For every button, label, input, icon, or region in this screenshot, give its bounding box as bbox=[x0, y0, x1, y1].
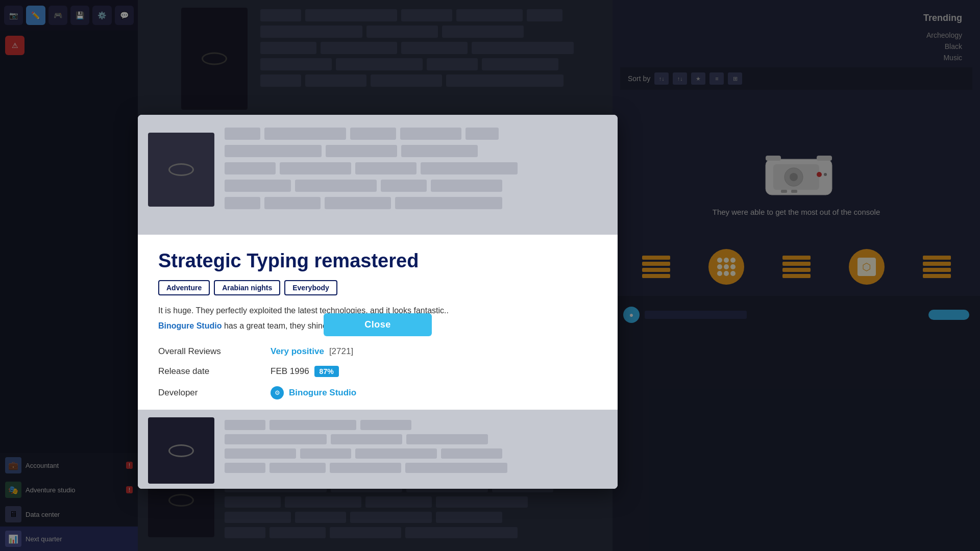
skel-b2 bbox=[225, 448, 296, 459]
skel-b bbox=[295, 180, 377, 192]
skel-b bbox=[350, 128, 396, 140]
release-date-value: FEB 1996 87% bbox=[271, 366, 597, 377]
modal-game-thumbnail bbox=[148, 133, 214, 207]
skel-b2 bbox=[225, 420, 265, 430]
developer-label: Developer bbox=[158, 386, 271, 399]
modal-details: Overall Reviews Very positive [2721] Rel… bbox=[158, 346, 597, 399]
skel-b2 bbox=[330, 463, 401, 473]
skel-b2 bbox=[331, 434, 402, 444]
skel-b2 bbox=[406, 434, 488, 444]
tag-everybody[interactable]: Everybody bbox=[284, 280, 337, 295]
skel-b bbox=[465, 128, 499, 140]
skel-b bbox=[225, 180, 291, 192]
tag-arabian-nights[interactable]: Arabian nights bbox=[214, 280, 280, 295]
modal-thumb-inner bbox=[168, 163, 194, 176]
tag-adventure[interactable]: Adventure bbox=[158, 280, 210, 295]
skel-b bbox=[395, 197, 502, 209]
modal-bottom-skels bbox=[225, 417, 607, 481]
skel-b2 bbox=[405, 463, 507, 473]
skel-b bbox=[326, 145, 397, 157]
release-date-label: Release date bbox=[158, 366, 271, 377]
game-detail-modal: Strategic Typing remastered Adventure Ar… bbox=[138, 115, 618, 489]
skel-b bbox=[381, 180, 427, 192]
modal-title: Strategic Typing remastered bbox=[158, 250, 597, 272]
skel-b bbox=[264, 128, 346, 140]
overall-reviews-value: Very positive [2721] bbox=[271, 346, 597, 357]
developer-name[interactable]: Binogure Studio bbox=[289, 388, 356, 398]
modal-banner bbox=[138, 115, 618, 235]
release-date-text: FEB 1996 bbox=[271, 366, 309, 377]
skel-b bbox=[225, 145, 322, 157]
skel-b bbox=[225, 197, 260, 209]
skel-b bbox=[400, 128, 461, 140]
overall-reviews-label: Overall Reviews bbox=[158, 346, 271, 357]
close-button[interactable]: Close bbox=[324, 313, 432, 336]
skel-b bbox=[421, 162, 518, 174]
skel-b bbox=[401, 145, 478, 157]
modal-bottom-thumb bbox=[148, 417, 214, 484]
skel-b bbox=[264, 197, 321, 209]
skel-b bbox=[431, 180, 502, 192]
skel-b2 bbox=[270, 420, 356, 430]
skel-b bbox=[225, 128, 260, 140]
modal-banner-skeletons bbox=[225, 125, 607, 224]
developer-icon: ⚙ bbox=[271, 386, 284, 399]
close-button-container: Close bbox=[138, 313, 618, 336]
modal-bottom-thumb-inner bbox=[168, 444, 194, 457]
skel-b2 bbox=[441, 448, 502, 459]
skel-b bbox=[355, 162, 416, 174]
skel-b2 bbox=[300, 448, 351, 459]
skel-b2 bbox=[355, 448, 437, 459]
skel-b bbox=[280, 162, 351, 174]
review-positive-text: Very positive bbox=[271, 346, 324, 357]
skel-b2 bbox=[225, 434, 327, 444]
skel-b bbox=[225, 162, 276, 174]
skel-b2 bbox=[360, 420, 411, 430]
modal-tags: Adventure Arabian nights Everybody bbox=[158, 280, 597, 295]
release-date-badge: 87% bbox=[314, 366, 339, 377]
modal-bottom-banner bbox=[138, 410, 618, 489]
skel-b bbox=[325, 197, 391, 209]
developer-value: ⚙ Binogure Studio bbox=[271, 386, 597, 399]
review-count-text: [2721] bbox=[329, 346, 353, 357]
skel-b2 bbox=[270, 463, 326, 473]
skel-b2 bbox=[225, 463, 265, 473]
